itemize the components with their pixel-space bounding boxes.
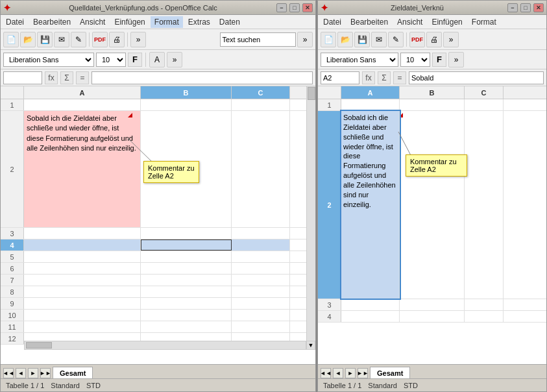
right-cell-a2[interactable]: Sobald ich die Zieldatei aber schließe u… bbox=[341, 111, 400, 299]
left-tb-save[interactable]: 💾 bbox=[37, 32, 53, 47]
right-tab-prev[interactable]: ◄ bbox=[333, 368, 343, 378]
left-cell-a5[interactable] bbox=[24, 251, 141, 262]
left-rownum-3[interactable]: 3 bbox=[1, 228, 24, 239]
left-cell-c2[interactable] bbox=[232, 111, 290, 227]
right-font-name-select[interactable]: Liberation Sans bbox=[321, 53, 398, 67]
left-cell-b7[interactable] bbox=[141, 275, 232, 286]
right-rownum-4[interactable]: 4 bbox=[318, 311, 341, 322]
left-rownum-4[interactable]: 4 bbox=[1, 239, 24, 251]
left-cell-a3[interactable] bbox=[24, 228, 141, 239]
left-tab-last[interactable]: ►► bbox=[40, 368, 51, 378]
left-tab-gesamt[interactable]: Gesamt bbox=[53, 367, 93, 378]
left-cell-b8[interactable] bbox=[141, 286, 232, 297]
left-cell-a2[interactable]: Sobald ich die Zieldatei aber schließe u… bbox=[24, 111, 141, 227]
left-rownum-6[interactable]: 6 bbox=[1, 263, 24, 274]
right-tb-pdf[interactable]: PDF bbox=[409, 32, 425, 47]
right-tb-email[interactable]: ✉ bbox=[371, 32, 387, 47]
right-tb-more[interactable]: » bbox=[443, 32, 459, 47]
left-cell-b1[interactable] bbox=[141, 99, 232, 110]
left-scroll-arrow-down[interactable]: ▼ bbox=[306, 341, 315, 350]
right-tb-open[interactable]: 📂 bbox=[337, 32, 353, 47]
left-cell-b4[interactable] bbox=[141, 239, 232, 251]
left-search-input[interactable]: Text suchen bbox=[220, 32, 297, 47]
left-cell-a7[interactable] bbox=[24, 275, 141, 286]
left-scrollbar[interactable] bbox=[306, 86, 315, 350]
left-cell-c5[interactable] bbox=[232, 251, 290, 262]
left-font-size-select[interactable]: 10 bbox=[96, 53, 126, 67]
right-more-font[interactable]: » bbox=[448, 52, 464, 67]
left-tb-pdf[interactable]: PDF bbox=[92, 32, 108, 47]
left-cell-c1[interactable] bbox=[232, 99, 290, 110]
right-tab-first[interactable]: ◄◄ bbox=[321, 368, 331, 378]
left-font-name-select[interactable]: Liberation Sans bbox=[3, 53, 94, 67]
right-menu-format[interactable]: Format bbox=[468, 16, 500, 28]
right-col-header-a[interactable]: A bbox=[341, 86, 400, 99]
left-rownum-5[interactable]: 5 bbox=[1, 251, 24, 262]
left-cell-c6[interactable] bbox=[232, 263, 290, 274]
left-cell-a4[interactable] bbox=[24, 239, 141, 251]
right-cell-b3[interactable] bbox=[400, 299, 465, 310]
left-close-btn[interactable]: ✕ bbox=[302, 3, 313, 12]
left-cell-b5[interactable] bbox=[141, 251, 232, 262]
right-fx-btn[interactable]: fx bbox=[362, 71, 375, 84]
left-rownum-11[interactable]: 11 bbox=[1, 321, 24, 332]
right-bold-btn[interactable]: F bbox=[432, 53, 446, 67]
left-hscroll[interactable] bbox=[24, 341, 306, 350]
left-cell-a10[interactable] bbox=[24, 310, 141, 321]
left-rownum-1[interactable]: 1 bbox=[1, 99, 24, 110]
left-tb-print[interactable]: 🖨 bbox=[109, 32, 125, 47]
left-rownum-9[interactable]: 9 bbox=[1, 298, 24, 309]
right-rownum-1[interactable]: 1 bbox=[318, 99, 341, 110]
left-menu-extras[interactable]: Extras bbox=[184, 16, 214, 28]
left-rownum-2[interactable]: 2 bbox=[1, 111, 24, 227]
right-tab-gesamt[interactable]: Gesamt bbox=[370, 367, 410, 378]
left-col-header-a[interactable]: A bbox=[24, 86, 141, 99]
right-cell-c1[interactable] bbox=[465, 99, 504, 110]
left-cell-c8[interactable] bbox=[232, 286, 290, 297]
left-tb-more[interactable]: » bbox=[130, 32, 146, 47]
left-cell-b11[interactable] bbox=[141, 321, 232, 332]
right-tab-next[interactable]: ► bbox=[345, 368, 356, 378]
left-col-header-b[interactable]: B bbox=[141, 86, 232, 99]
left-cell-a11[interactable] bbox=[24, 321, 141, 332]
right-maximize-btn[interactable]: □ bbox=[520, 3, 531, 12]
left-sigma-btn[interactable]: Σ bbox=[60, 71, 73, 84]
left-more-font[interactable]: » bbox=[167, 52, 182, 67]
left-col-header-c[interactable]: C bbox=[232, 86, 290, 99]
right-equals-btn[interactable]: = bbox=[393, 71, 406, 84]
left-cell-b6[interactable] bbox=[141, 263, 232, 274]
right-cell-c3[interactable] bbox=[465, 299, 504, 310]
left-formula-input[interactable] bbox=[91, 71, 313, 84]
right-close-btn[interactable]: ✕ bbox=[533, 3, 544, 12]
left-menu-einfuegen[interactable]: Einfügen bbox=[110, 16, 149, 28]
left-tab-first[interactable]: ◄◄ bbox=[3, 368, 14, 378]
right-tb-save[interactable]: 💾 bbox=[354, 32, 370, 47]
left-cell-b10[interactable] bbox=[141, 310, 232, 321]
left-cell-b3[interactable] bbox=[141, 228, 232, 239]
left-cell-a6[interactable] bbox=[24, 263, 141, 274]
left-bold-btn[interactable]: F bbox=[128, 53, 142, 67]
right-menu-datei[interactable]: Datei bbox=[319, 16, 345, 28]
left-tab-next[interactable]: ► bbox=[28, 368, 38, 378]
right-cell-a1[interactable] bbox=[341, 99, 400, 110]
right-cell-a3[interactable] bbox=[341, 299, 400, 310]
right-col-header-c[interactable]: C bbox=[465, 86, 504, 99]
left-rownum-10[interactable]: 10 bbox=[1, 310, 24, 321]
right-cell-c4[interactable] bbox=[465, 311, 504, 322]
right-rownum-3[interactable]: 3 bbox=[318, 299, 341, 310]
right-cell-c2[interactable] bbox=[465, 111, 504, 299]
left-tb-email[interactable]: ✉ bbox=[54, 32, 69, 47]
left-fx-btn[interactable]: fx bbox=[45, 71, 58, 84]
left-menu-daten[interactable]: Daten bbox=[215, 16, 244, 28]
left-maximize-btn[interactable]: □ bbox=[289, 3, 300, 12]
left-menu-datei[interactable]: Datei bbox=[2, 16, 28, 28]
left-cell-c7[interactable] bbox=[232, 275, 290, 286]
left-menu-format[interactable]: Format bbox=[151, 16, 183, 28]
left-equals-btn[interactable]: = bbox=[76, 71, 89, 84]
left-cell-ref[interactable] bbox=[3, 71, 42, 84]
right-cell-b2[interactable] bbox=[400, 111, 465, 299]
left-menu-bearbeiten[interactable]: Bearbeiten bbox=[29, 16, 75, 28]
right-sigma-btn[interactable]: Σ bbox=[378, 71, 391, 84]
left-cell-c3[interactable] bbox=[232, 228, 290, 239]
right-tb-edit[interactable]: ✎ bbox=[388, 32, 404, 47]
